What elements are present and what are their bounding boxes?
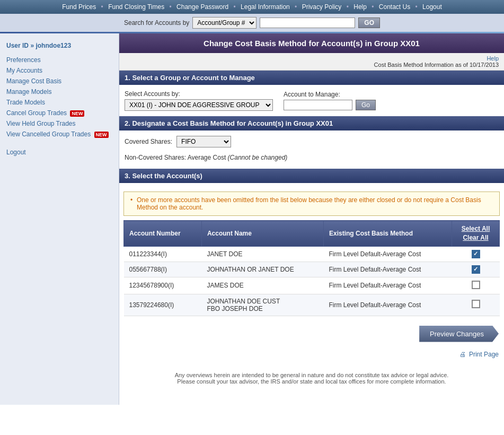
non-covered-note: (Cannot be changed) bbox=[228, 154, 288, 161]
select-accounts-label: Select Accounts by: bbox=[125, 90, 273, 98]
table-row: 12345678900(I) JAMES DOE Firm Level Defa… bbox=[124, 277, 500, 294]
account-name-cell: JOHNATHAN DOE CUST FBO JOSEPH DOE bbox=[201, 294, 323, 316]
table-row: 011223344(I) JANET DOE Firm Level Defaul… bbox=[124, 246, 500, 262]
sidebar-item-view-held-group-trades[interactable]: View Held Group Trades bbox=[0, 118, 119, 129]
account-checkbox-2[interactable] bbox=[472, 265, 480, 274]
select-accounts-group: Select Accounts by: XX01 (I) - JOHN DOE … bbox=[125, 90, 273, 111]
nav-change-password[interactable]: Change Password bbox=[176, 3, 228, 11]
account-number-cell: 12345678900(I) bbox=[124, 277, 202, 294]
col-cost-basis-method: Existing Cost Basis Method bbox=[323, 221, 452, 247]
footer: Any overviews herein are intended to be … bbox=[119, 361, 504, 390]
new-badge-cancelled: NEW bbox=[94, 132, 109, 138]
account-to-manage-label: Account to Manage: bbox=[284, 91, 376, 98]
section1-header: 1. Select a Group or Account to Manage bbox=[119, 71, 504, 85]
account-name-cell: JAMES DOE bbox=[201, 277, 323, 294]
user-id-display: User ID » johndoe123 bbox=[0, 39, 119, 55]
footer-line1: Any overviews herein are intended to be … bbox=[125, 372, 499, 378]
search-label: Search for Accounts by bbox=[124, 19, 189, 27]
sidebar-logout[interactable]: Logout bbox=[0, 147, 119, 158]
covered-shares-label: Covered Shares: bbox=[125, 138, 172, 145]
section2-header: 2. Designate a Cost Basis Method for Acc… bbox=[119, 116, 504, 130]
account-name-cell: JANET DOE bbox=[201, 246, 323, 262]
warning-text: One or more accounts have been omitted f… bbox=[130, 196, 493, 211]
search-bar: Search for Accounts by Account/Group #Ac… bbox=[0, 14, 504, 32]
account-checkbox-1[interactable] bbox=[472, 250, 480, 258]
section1-content: Select Accounts by: XX01 (I) - JOHN DOE … bbox=[119, 85, 504, 116]
table-row: 055667788(I) JOHNATHAN OR JANET DOE Firm… bbox=[124, 262, 500, 277]
account-to-manage-input[interactable] bbox=[284, 100, 352, 110]
print-row: 🖨 Print Page bbox=[119, 347, 504, 361]
account-name-line1: JOHNATHAN DOE CUST bbox=[207, 298, 318, 305]
help-link[interactable]: Help bbox=[487, 55, 499, 62]
printer-icon: 🖨 bbox=[459, 351, 466, 358]
checkbox-cell bbox=[452, 246, 500, 262]
table-row: 13579224680(I) JOHNATHAN DOE CUST FBO JO… bbox=[124, 294, 500, 316]
nav-legal-information[interactable]: Legal Information bbox=[241, 3, 290, 11]
sidebar-item-trade-models[interactable]: Trade Models bbox=[0, 97, 119, 108]
non-covered-text: Non-Covered Shares: Average Cost (Cannot… bbox=[125, 152, 499, 163]
warning-box: One or more accounts have been omitted f… bbox=[123, 192, 500, 216]
nav-privacy-policy[interactable]: Privacy Policy bbox=[302, 3, 342, 11]
checkbox-cell bbox=[452, 294, 500, 316]
account-number-cell: 13579224680(I) bbox=[124, 294, 202, 316]
preview-row: Preview Changes bbox=[119, 320, 504, 347]
select-all-label[interactable]: Select All bbox=[457, 224, 494, 233]
col-select-all: Select All Clear All bbox=[452, 221, 500, 247]
sidebar-item-my-accounts[interactable]: My Accounts bbox=[0, 65, 119, 76]
search-input[interactable] bbox=[260, 18, 355, 28]
sidebar-item-view-cancelled-group-trades[interactable]: View Cancelled Group Trades NEW bbox=[0, 129, 119, 140]
cost-basis-method-cell: Firm Level Default-Average Cost bbox=[323, 262, 452, 277]
footer-line2: Please consult your tax advisor, the IRS… bbox=[125, 378, 499, 385]
nav-fund-prices[interactable]: Fund Prices bbox=[62, 3, 96, 11]
cost-basis-method-cell: Firm Level Default-Average Cost bbox=[323, 277, 452, 294]
page-title: Change Cost Basis Method for Account(s) … bbox=[119, 33, 504, 53]
section2-content: Covered Shares: FIFOLIFOAverage CostHigh… bbox=[119, 130, 504, 169]
account-number-cell: 055667788(I) bbox=[124, 262, 202, 277]
account-go-button[interactable]: Go bbox=[356, 100, 376, 110]
nav-contact-us[interactable]: Contact Us bbox=[379, 3, 410, 11]
accounts-table: Account Number Account Name Existing Cos… bbox=[123, 220, 500, 316]
covered-shares-row: Covered Shares: FIFOLIFOAverage CostHigh… bbox=[125, 136, 499, 147]
sidebar-item-preferences[interactable]: Preferences bbox=[0, 55, 119, 65]
account-number-cell: 011223344(I) bbox=[124, 246, 202, 262]
main-layout: User ID » johndoe123 Preferences My Acco… bbox=[0, 33, 504, 405]
col-account-number: Account Number bbox=[124, 221, 202, 247]
sidebar-item-manage-models[interactable]: Manage Models bbox=[0, 86, 119, 97]
account-name-line2: FBO JOSEPH DOE bbox=[207, 305, 318, 312]
checkbox-cell bbox=[452, 277, 500, 294]
col-account-name: Account Name bbox=[201, 221, 323, 247]
account-to-manage-input-row: Go bbox=[284, 100, 376, 110]
info-bar: Help Cost Basis Method Information as of… bbox=[119, 53, 504, 71]
account-name-cell: JOHNATHAN OR JANET DOE bbox=[201, 262, 323, 277]
sidebar-item-cancel-group-trades[interactable]: Cancel Group Trades NEW bbox=[0, 108, 119, 118]
cost-basis-method-cell: Firm Level Default-Average Cost bbox=[323, 294, 452, 316]
account-checkbox-3[interactable] bbox=[472, 281, 480, 289]
section3-header: 3. Select the Account(s) bbox=[119, 169, 504, 183]
clear-all-label[interactable]: Clear All bbox=[457, 233, 494, 242]
cost-basis-method-cell: Firm Level Default-Average Cost bbox=[323, 246, 452, 262]
select-accounts-dropdown[interactable]: XX01 (I) - JOHN DOE AGGRESSIVE GROUP bbox=[125, 99, 273, 111]
nav-help[interactable]: Help bbox=[353, 3, 367, 11]
checkbox-cell bbox=[452, 262, 500, 277]
account-to-manage-group: Account to Manage: Go bbox=[284, 91, 376, 110]
search-select[interactable]: Account/Group #Account NameSSN/Tax ID bbox=[192, 17, 257, 29]
nav-logout[interactable]: Logout bbox=[422, 3, 442, 11]
account-checkbox-4[interactable] bbox=[472, 300, 480, 308]
search-go-button[interactable]: GO bbox=[358, 18, 380, 28]
sidebar-item-manage-cost-basis[interactable]: Manage Cost Basis bbox=[0, 76, 119, 86]
print-page-link[interactable]: 🖨 Print Page bbox=[459, 351, 499, 358]
covered-shares-select[interactable]: FIFOLIFOAverage CostHigh CostLow Cost bbox=[176, 136, 231, 147]
top-navigation: Fund Prices • Fund Closing Times • Chang… bbox=[0, 0, 504, 14]
info-date: Cost Basis Method Information as of 10/1… bbox=[374, 62, 499, 68]
content-area: Change Cost Basis Method for Account(s) … bbox=[119, 33, 504, 405]
new-badge-cancel: NEW bbox=[70, 110, 84, 117]
preview-changes-button[interactable]: Preview Changes bbox=[419, 326, 499, 342]
sidebar: User ID » johndoe123 Preferences My Acco… bbox=[0, 33, 119, 405]
nav-fund-closing-times[interactable]: Fund Closing Times bbox=[108, 3, 164, 11]
